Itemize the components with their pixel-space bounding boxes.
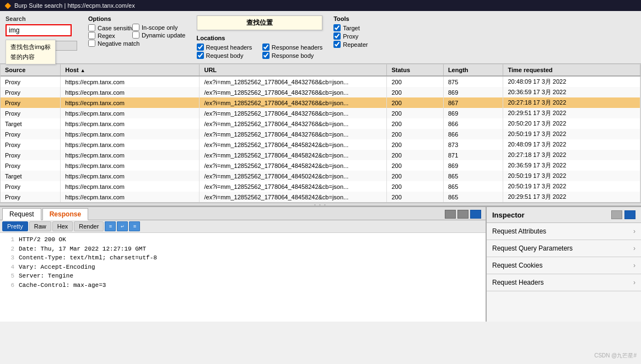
subtab-format-icon[interactable]: ≡ xyxy=(129,221,140,231)
loc-resp-headers[interactable]: Response headers xyxy=(262,44,322,51)
table-header-row: Source Host ▲ URL Status Length Time req… xyxy=(1,64,640,76)
cell-10-3: 200 xyxy=(387,181,443,192)
code-line: 2Date: Thu, 17 Mar 2022 12:27:19 GMT xyxy=(4,245,481,254)
cell-5-4: 866 xyxy=(443,129,503,139)
subtab-hex[interactable]: Hex xyxy=(52,221,73,231)
cell-11-5: 20:29:51 17 3月 2022 xyxy=(503,192,640,202)
inspector-expand-icon: › xyxy=(633,245,635,252)
view-list-icon[interactable] xyxy=(457,210,468,219)
cell-3-4: 869 xyxy=(443,108,503,118)
table-row[interactable]: Proxyhttps://ecpm.tanx.com/ex?i=mm_12852… xyxy=(1,150,640,160)
window-title: Burp Suite search | https://ecpm.tanx.co… xyxy=(14,2,135,9)
cell-1-3: 200 xyxy=(387,87,443,97)
cell-10-1: https://ecpm.tanx.com xyxy=(61,181,200,192)
cell-9-5: 20:50:19 17 3月 2022 xyxy=(503,171,640,181)
cell-3-2: /ex?i=mm_12852562_1778064_48432768&cb=js… xyxy=(200,108,387,118)
table-row[interactable]: Proxyhttps://ecpm.tanx.com/ex?i=mm_12852… xyxy=(1,181,640,192)
table-row[interactable]: Proxyhttps://ecpm.tanx.com/ex?i=mm_12852… xyxy=(1,160,640,171)
inspector-expand-icon: › xyxy=(633,227,635,235)
results-table: Source Host ▲ URL Status Length Time req… xyxy=(1,64,640,202)
loc-req-headers[interactable]: Request headers xyxy=(197,44,257,51)
search-input[interactable] xyxy=(6,24,72,36)
cell-8-4: 869 xyxy=(443,160,503,171)
cell-2-1: https://ecpm.tanx.com xyxy=(61,97,200,108)
view-split-icon[interactable] xyxy=(445,210,456,219)
inspector-section-item[interactable]: Request Query Parameters› xyxy=(487,240,641,257)
col-length[interactable]: Length xyxy=(443,64,503,76)
tool-target[interactable]: Target xyxy=(333,24,368,31)
sort-arrow-host: ▲ xyxy=(80,68,85,73)
cell-8-2: /ex?i=mm_12852562_1778064_48458242&cb=js… xyxy=(200,160,387,171)
cell-1-0: Proxy xyxy=(1,87,61,97)
code-line: 4Vary: Accept-Encoding xyxy=(4,263,481,272)
cell-5-1: https://ecpm.tanx.com xyxy=(61,129,200,139)
inspector-section-label: Request Headers xyxy=(492,279,543,286)
line-text: Content-Type: text/html; charset=utf-8 xyxy=(19,253,157,263)
col-time[interactable]: Time requested xyxy=(503,64,640,76)
cell-9-2: /ex?i=mm_12852562_1778064_48450242&cb=js… xyxy=(200,171,387,181)
tool-repeater[interactable]: Repeater xyxy=(333,41,368,48)
location-tooltip: 查找位置 xyxy=(197,15,323,30)
cell-4-0: Target xyxy=(1,118,61,129)
option-negative-match[interactable]: Negative match xyxy=(88,40,186,47)
cell-11-3: 200 xyxy=(387,192,443,202)
inspector-split-btn[interactable] xyxy=(611,210,622,219)
subtab-wrap-icon[interactable]: ↵ xyxy=(117,221,128,231)
tab-response[interactable]: Response xyxy=(42,208,88,220)
cell-1-4: 869 xyxy=(443,87,503,97)
loc-req-body[interactable]: Request body xyxy=(197,52,257,59)
cell-6-3: 200 xyxy=(387,139,443,150)
line-num: 5 xyxy=(4,271,14,281)
table-row[interactable]: Proxyhttps://ecpm.tanx.com/ex?i=mm_12852… xyxy=(1,97,640,108)
col-source[interactable]: Source xyxy=(1,64,61,76)
code-line: 5Server: Tengine xyxy=(4,271,481,281)
search-section: Search 查找包含img标 签的内容 Go xyxy=(6,15,77,51)
table-row[interactable]: Proxyhttps://ecpm.tanx.com/ex?i=mm_12852… xyxy=(1,76,640,87)
line-text: Date: Thu, 17 Mar 2022 12:27:19 GMT xyxy=(19,245,146,254)
table-row[interactable]: Targethttps://ecpm.tanx.com/ex?i=mm_1285… xyxy=(1,118,640,129)
options-section: Options Case sensitive In-scope only Reg… xyxy=(88,15,186,47)
locations-title: Locations xyxy=(197,35,323,41)
inspector-section-item[interactable]: Request Headers› xyxy=(487,274,641,291)
table-row[interactable]: Proxyhttps://ecpm.tanx.com/ex?i=mm_12852… xyxy=(1,87,640,97)
inspector-full-btn[interactable] xyxy=(624,210,635,219)
app-icon: 🔶 xyxy=(4,3,11,9)
table-row[interactable]: Proxyhttps://ecpm.tanx.com/ex?i=mm_12852… xyxy=(1,129,640,139)
cell-4-3: 200 xyxy=(387,118,443,129)
subtab-pretty[interactable]: Pretty xyxy=(2,221,28,231)
view-full-icon[interactable] xyxy=(470,210,481,219)
inspector-expand-icon: › xyxy=(633,279,635,286)
tool-proxy[interactable]: Proxy xyxy=(333,32,368,40)
inspector-section-item[interactable]: Request Cookies› xyxy=(487,257,641,274)
cell-6-0: Proxy xyxy=(1,139,61,150)
line-num: 3 xyxy=(4,253,14,263)
table-row[interactable]: Targethttps://ecpm.tanx.com/ex?i=mm_1285… xyxy=(1,171,640,181)
option-in-scope[interactable]: In-scope only xyxy=(132,24,186,31)
col-url[interactable]: URL xyxy=(200,64,387,76)
results-container: Source Host ▲ URL Status Length Time req… xyxy=(0,64,641,203)
cell-0-2: /ex?i=mm_12852562_1778064_48432768&cb=js… xyxy=(200,76,387,87)
cell-7-0: Proxy xyxy=(1,150,61,160)
cell-0-5: 20:48:09 17 3月 2022 xyxy=(503,76,640,87)
cell-4-5: 20:50:20 17 3月 2022 xyxy=(503,118,640,129)
cell-6-5: 20:48:09 17 3月 2022 xyxy=(503,139,640,150)
cell-4-4: 866 xyxy=(443,118,503,129)
table-row[interactable]: Proxyhttps://ecpm.tanx.com/ex?i=mm_12852… xyxy=(1,192,640,202)
cell-10-2: /ex?i=mm_12852562_1778064_48458242&cb=js… xyxy=(200,181,387,192)
cell-4-1: https://ecpm.tanx.com xyxy=(61,118,200,129)
loc-resp-body[interactable]: Response body xyxy=(262,52,322,59)
subtab-render[interactable]: Render xyxy=(74,221,104,231)
line-num: 2 xyxy=(4,245,14,254)
code-area: 1HTTP/2 200 OK2Date: Thu, 17 Mar 2022 12… xyxy=(0,233,486,322)
table-row[interactable]: Proxyhttps://ecpm.tanx.com/ex?i=mm_12852… xyxy=(1,108,640,118)
table-row[interactable]: Proxyhttps://ecpm.tanx.com/ex?i=mm_12852… xyxy=(1,139,640,150)
cell-0-1: https://ecpm.tanx.com xyxy=(61,76,200,87)
col-status[interactable]: Status xyxy=(387,64,443,76)
tab-request[interactable]: Request xyxy=(2,208,41,220)
subtab-raw[interactable]: Raw xyxy=(29,221,51,231)
col-host[interactable]: Host ▲ xyxy=(61,64,200,76)
option-dynamic-update[interactable]: Dynamic update xyxy=(132,31,186,39)
subtab-lines-icon[interactable]: ≡ xyxy=(105,221,116,231)
inspector-section-item[interactable]: Request Attributes› xyxy=(487,223,641,240)
cell-5-5: 20:50:19 17 3月 2022 xyxy=(503,129,640,139)
